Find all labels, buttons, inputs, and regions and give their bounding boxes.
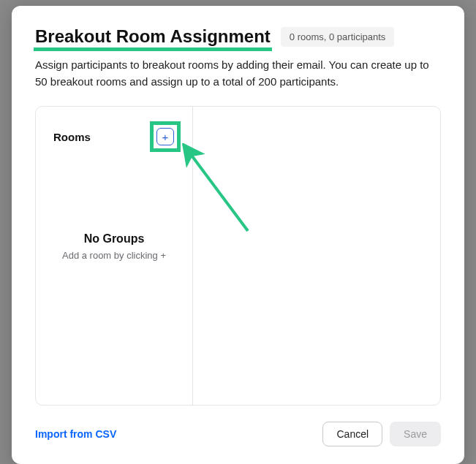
rooms-header: Rooms +	[48, 121, 181, 152]
add-room-highlight: +	[150, 121, 181, 152]
empty-title: No Groups	[48, 232, 181, 246]
footer-buttons: Cancel Save	[322, 422, 441, 446]
highlight-underline	[34, 47, 272, 51]
plus-icon: +	[162, 132, 169, 142]
breakout-room-modal: Breakout Room Assignment 0 rooms, 0 part…	[12, 6, 464, 464]
rooms-panel: Rooms + No Groups Add a room by clicking…	[35, 106, 441, 406]
rooms-list-column: Rooms + No Groups Add a room by clicking…	[36, 107, 193, 405]
cancel-button[interactable]: Cancel	[322, 422, 382, 446]
rooms-count-badge: 0 rooms, 0 participants	[281, 27, 395, 47]
empty-state: No Groups Add a room by clicking +	[48, 232, 181, 261]
header-row: Breakout Room Assignment 0 rooms, 0 part…	[35, 26, 441, 47]
title-text: Breakout Room Assignment	[35, 26, 271, 46]
page-title: Breakout Room Assignment	[35, 26, 271, 47]
import-csv-link[interactable]: Import from CSV	[35, 428, 116, 440]
add-room-button[interactable]: +	[156, 128, 174, 145]
modal-footer: Import from CSV Cancel Save	[35, 406, 441, 446]
rooms-label: Rooms	[48, 131, 91, 143]
save-button[interactable]: Save	[390, 422, 441, 446]
description-text: Assign participants to breakout rooms by…	[35, 57, 441, 90]
participants-column	[193, 107, 440, 405]
empty-hint: Add a room by clicking +	[48, 250, 181, 261]
